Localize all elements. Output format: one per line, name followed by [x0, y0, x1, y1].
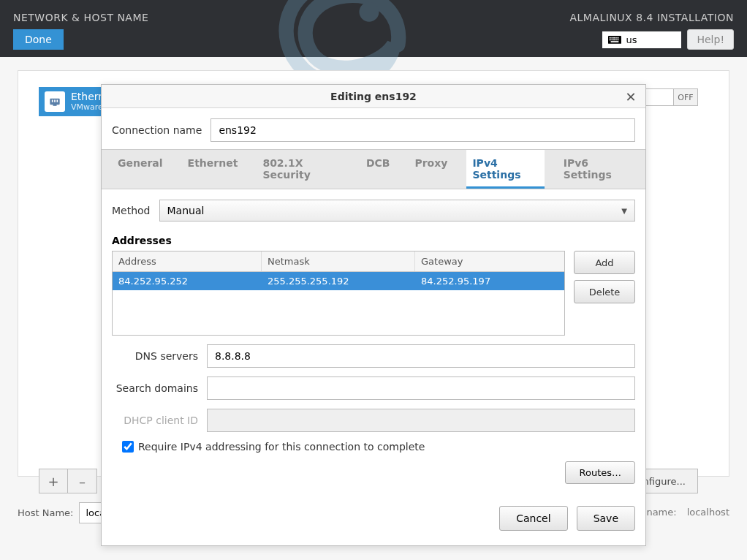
dhcp-client-id-label: DHCP client ID: [112, 415, 198, 426]
require-ipv4-label: Require IPv4 addressing for this connect…: [138, 441, 425, 453]
method-label: Method: [112, 205, 151, 216]
cell-address: 84.252.95.252: [113, 272, 262, 290]
svg-rect-2: [610, 37, 611, 39]
svg-rect-4: [614, 37, 615, 39]
addresses-label: Addresses: [112, 235, 635, 246]
addresses-table[interactable]: Address Netmask Gateway 84.252.95.252 25…: [112, 251, 565, 336]
svg-rect-17: [57, 100, 58, 102]
remove-interface-button[interactable]: –: [68, 469, 97, 493]
delete-address-button[interactable]: Delete: [574, 280, 635, 303]
method-select[interactable]: Manual ▼: [159, 200, 635, 222]
close-icon[interactable]: ✕: [619, 85, 642, 108]
tab-8021x[interactable]: 802.1X Security: [257, 150, 346, 189]
toggle-label: OFF: [674, 89, 697, 105]
connection-name-label: Connection name: [112, 124, 202, 136]
interface-toggle[interactable]: OFF: [638, 88, 698, 106]
hostname-label: Host Name:: [18, 507, 73, 518]
save-button[interactable]: Save: [577, 506, 635, 531]
col-netmask-header: Netmask: [262, 251, 415, 271]
dns-label: DNS servers: [112, 350, 198, 362]
tab-proxy[interactable]: Proxy: [409, 150, 453, 189]
current-hostname-value: localhost: [687, 507, 729, 518]
svg-rect-3: [612, 37, 613, 39]
keyboard-layout-label: us: [626, 34, 637, 45]
svg-rect-5: [615, 37, 617, 39]
page-title: NETWORK & HOST NAME: [13, 12, 148, 23]
cell-gateway: 84.252.95.197: [415, 272, 564, 290]
dhcp-client-id-input: [207, 409, 635, 432]
dns-input[interactable]: [207, 344, 635, 368]
svg-rect-6: [618, 37, 619, 39]
svg-rect-10: [615, 39, 617, 41]
tab-general[interactable]: General: [112, 150, 169, 189]
installer-topbar: NETWORK & HOST NAME Done ALMALINUX 8.4 I…: [0, 0, 747, 57]
svg-rect-12: [611, 41, 619, 42]
svg-point-0: [360, 2, 379, 22]
cell-netmask: 255.255.255.192: [262, 272, 415, 290]
search-domains-input[interactable]: [207, 377, 635, 400]
edit-connection-dialog: Editing ens192 ✕ Connection name General…: [101, 84, 646, 546]
add-address-button[interactable]: Add: [574, 251, 635, 274]
keyboard-indicator[interactable]: us: [602, 31, 681, 48]
col-gateway-header: Gateway: [415, 251, 564, 271]
installer-title: ALMALINUX 8.4 INSTALLATION: [569, 12, 734, 23]
tab-ipv4-settings[interactable]: IPv4 Settings: [466, 150, 544, 189]
address-row[interactable]: 84.252.95.252 255.255.255.192 84.252.95.…: [113, 272, 564, 290]
tab-bar: General Ethernet 802.1X Security DCB Pro…: [102, 149, 645, 189]
chevron-down-icon: ▼: [621, 207, 627, 215]
tab-ethernet[interactable]: Ethernet: [182, 150, 244, 189]
connection-name-input[interactable]: [211, 118, 635, 142]
svg-rect-16: [54, 100, 56, 102]
svg-rect-14: [53, 103, 57, 106]
keyboard-icon: [608, 35, 621, 44]
cancel-button[interactable]: Cancel: [499, 506, 567, 531]
add-interface-button[interactable]: +: [39, 469, 68, 493]
require-ipv4-checkbox[interactable]: [122, 441, 134, 453]
dialog-title: Editing ens192: [330, 91, 417, 102]
done-button[interactable]: Done: [13, 29, 64, 50]
search-domains-label: Search domains: [112, 382, 198, 394]
ethernet-icon: [45, 91, 65, 112]
svg-rect-9: [614, 39, 615, 41]
routes-button[interactable]: Routes…: [565, 461, 635, 484]
svg-rect-11: [618, 39, 619, 41]
help-button[interactable]: Help!: [687, 29, 734, 50]
tab-dcb[interactable]: DCB: [360, 150, 396, 189]
method-value: Manual: [167, 205, 205, 216]
col-address-header: Address: [113, 251, 262, 271]
tab-ipv6-settings[interactable]: IPv6 Settings: [558, 150, 635, 189]
svg-rect-15: [52, 100, 53, 102]
svg-rect-8: [612, 39, 613, 41]
svg-rect-7: [610, 39, 611, 41]
